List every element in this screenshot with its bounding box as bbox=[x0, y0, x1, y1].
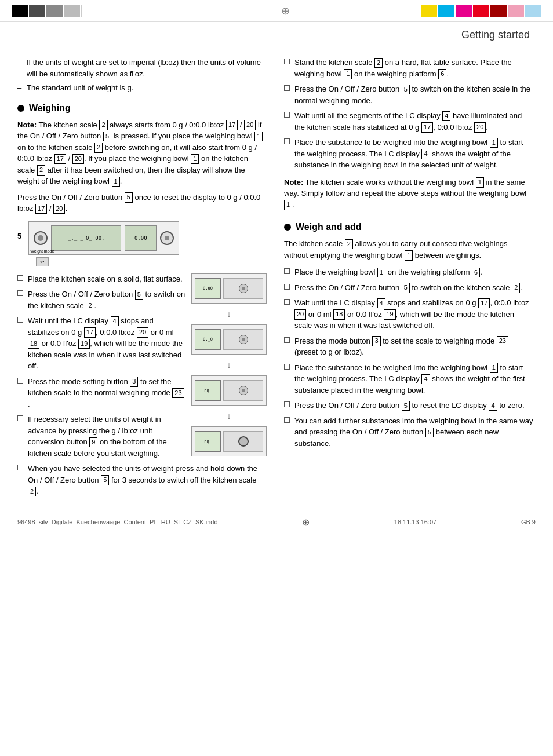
left-step-2: Press the On / Off / Zero button 5 to sw… bbox=[17, 288, 185, 311]
ref-5d: 5 bbox=[101, 475, 109, 485]
wa-step-7: You can add further substances into the … bbox=[284, 415, 533, 450]
ss-knob-inner-2 bbox=[242, 338, 245, 341]
weight-mode-label: Weight mode bbox=[30, 249, 54, 253]
wa-sq-2 bbox=[284, 284, 290, 290]
r-ref-4b: 4 bbox=[421, 149, 430, 159]
ss-display-4: ηη· bbox=[195, 431, 221, 452]
color-empty1 bbox=[99, 5, 115, 17]
wa-ref-4b: 4 bbox=[421, 374, 430, 384]
wa-step-4: Press the mode button 3 to set the scale… bbox=[284, 335, 533, 358]
color-dk-red bbox=[490, 5, 507, 17]
ss-text-1: 0.00 bbox=[203, 286, 213, 291]
wa-step-2-text: Press the On / Off / Zero button 5 to sw… bbox=[294, 282, 522, 294]
r-checkbox-sq-1 bbox=[284, 59, 290, 64]
r-ref-1c: 1 bbox=[476, 177, 484, 187]
right-step-3-text: Wait until all the segments of the LC di… bbox=[294, 110, 533, 133]
ss-body-4 bbox=[223, 431, 263, 452]
page-header: Getting started bbox=[0, 22, 553, 45]
small-scale-3: ηη· bbox=[191, 375, 267, 406]
ref-17a: 17 bbox=[226, 120, 238, 130]
left-column: If the units of weight are set to imperi… bbox=[17, 57, 267, 501]
wa-sq-7 bbox=[284, 417, 290, 423]
page-title: Getting started bbox=[461, 29, 530, 41]
ss-body-3 bbox=[223, 380, 263, 401]
ref-4a: 4 bbox=[111, 316, 119, 326]
ref-20a: 20 bbox=[244, 120, 256, 130]
checkbox-sq-4 bbox=[17, 378, 23, 384]
ref-17d: 17 bbox=[84, 327, 96, 337]
bullet-dot bbox=[17, 105, 24, 112]
scale-display-right-text: 0.00 bbox=[134, 235, 147, 241]
right-column: Stand the kitchen scale 2 on a hard, fla… bbox=[284, 57, 533, 501]
wa-step-3: Wait until the LC display 4 stops and st… bbox=[284, 297, 533, 331]
color-white bbox=[81, 5, 97, 17]
ref-5b: 5 bbox=[125, 192, 133, 202]
ref-18a: 18 bbox=[28, 339, 39, 349]
r-ref-2a: 2 bbox=[374, 58, 383, 68]
right-step-2: Press the On / Off / Zero button 5 to sw… bbox=[284, 83, 533, 106]
scale-display-right: 0.00 bbox=[125, 225, 157, 251]
weigh-add-list: Place the weighing bowl 1 on the weighin… bbox=[284, 266, 533, 449]
color-blocks-right bbox=[421, 5, 541, 17]
wa-ref-5c: 5 bbox=[425, 428, 434, 437]
steps-with-images: 0.00 ↓ 0._0 ↓ ηη· bbox=[17, 273, 267, 501]
arrow-down-2: ↓ bbox=[191, 360, 267, 370]
scale-diagram-area: 5 _._ _ 0_ 00. 0.00 bbox=[17, 221, 267, 266]
wa-step-1: Place the weighing bowl 1 on the weighin… bbox=[284, 266, 533, 278]
right-note-2: Note: The kitchen scale works without th… bbox=[284, 177, 533, 211]
ref-20c: 20 bbox=[53, 204, 65, 214]
color-cyan bbox=[438, 5, 454, 17]
wa-ref-1b: 1 bbox=[377, 268, 385, 277]
press-reset-para: Press the On / Off / Zero button 5 once … bbox=[17, 192, 267, 214]
wa-step-6: Press the On / Off / Zero button 5 to re… bbox=[284, 400, 533, 411]
wa-step-7-text: You can add further substances into the … bbox=[294, 415, 533, 450]
wa-sq-4 bbox=[284, 337, 290, 343]
registration-mark-top: ⊕ bbox=[281, 5, 290, 17]
footer-page: GB 9 bbox=[521, 518, 536, 525]
color-magenta bbox=[456, 5, 472, 17]
scale-sub-row: ↩ bbox=[36, 257, 267, 266]
wa-sq-1 bbox=[284, 268, 290, 274]
weigh-add-label: Weigh and add bbox=[296, 222, 361, 232]
page-footer: 96498_silv_Digitale_Kuechenwaage_Content… bbox=[0, 513, 553, 531]
scale-row: 5 _._ _ 0_ 00. 0.00 bbox=[17, 221, 267, 255]
checkbox-sq-5 bbox=[17, 415, 23, 421]
checkbox-sq-1 bbox=[17, 275, 23, 281]
scale-illustration: _._ _ 0_ 00. 0.00 Weight mode bbox=[28, 221, 179, 255]
wa-ref-23a: 23 bbox=[497, 336, 508, 346]
wa-ref-17a: 17 bbox=[478, 298, 490, 308]
r-ref-1b: 1 bbox=[490, 138, 498, 148]
footer-filename: 96498_silv_Digitale_Kuechenwaage_Content… bbox=[17, 518, 218, 525]
ref-17c: 17 bbox=[35, 204, 47, 214]
footer-timestamp: 18.11.13 16:07 bbox=[394, 518, 436, 525]
ref-20b: 20 bbox=[72, 154, 84, 164]
ref-3a: 3 bbox=[130, 377, 138, 386]
small-scale-1: 0.00 bbox=[191, 273, 267, 304]
ref-19a: 19 bbox=[78, 339, 90, 349]
r-ref-5a: 5 bbox=[402, 85, 410, 94]
top-color-bar: ⊕ bbox=[0, 0, 553, 22]
dash-item-2: The standard unit of weight is g. bbox=[17, 82, 267, 94]
scale-display-area: _._ _ 0_ 00. bbox=[51, 225, 121, 251]
r-checkbox-sq-2 bbox=[284, 85, 290, 91]
scale-ref-num: 5 bbox=[17, 232, 21, 240]
note-label: Note: bbox=[17, 120, 37, 129]
ss-knob-1 bbox=[239, 284, 248, 293]
ref-2a: 2 bbox=[99, 120, 107, 130]
arrow-down-3: ↓ bbox=[191, 411, 267, 421]
weigh-add-heading: Weigh and add bbox=[284, 222, 533, 232]
wa-step-3-text: Wait until the LC display 4 stops and st… bbox=[294, 297, 533, 331]
wa-ref-18a: 18 bbox=[333, 309, 345, 319]
wa-step-5-text: Place the substance to be weighed into t… bbox=[294, 362, 533, 396]
color-lt-blue bbox=[525, 5, 541, 17]
ss-knob-inner-1 bbox=[242, 287, 245, 290]
ref-23a: 23 bbox=[172, 388, 184, 398]
wa-ref-2a: 2 bbox=[345, 239, 353, 249]
weighing-heading-label: Weighing bbox=[29, 103, 71, 114]
registration-mark-bottom: ⊕ bbox=[302, 517, 310, 528]
right-step-4: Place the substance to be weighed into t… bbox=[284, 137, 533, 171]
wa-ref-4c: 4 bbox=[489, 401, 497, 411]
right-bullet-list-1: Stand the kitchen scale 2 on a hard, fla… bbox=[284, 57, 533, 171]
left-step-mode-text: Press the mode setting button 3 to set t… bbox=[28, 376, 185, 410]
color-lt-gray bbox=[64, 5, 80, 17]
